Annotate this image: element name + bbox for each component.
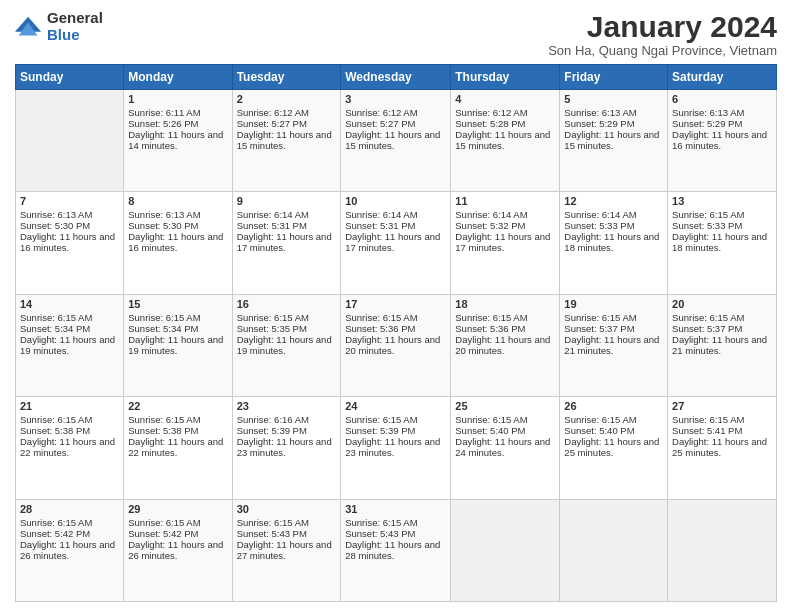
- sunset-text: Sunset: 5:37 PM: [672, 323, 742, 334]
- sunset-text: Sunset: 5:29 PM: [672, 118, 742, 129]
- table-row: 20Sunrise: 6:15 AMSunset: 5:37 PMDayligh…: [668, 294, 777, 396]
- table-row: 3Sunrise: 6:12 AMSunset: 5:27 PMDaylight…: [341, 90, 451, 192]
- table-row: 25Sunrise: 6:15 AMSunset: 5:40 PMDayligh…: [451, 397, 560, 499]
- table-row: [668, 499, 777, 601]
- sunrise-text: Sunrise: 6:15 AM: [237, 517, 309, 528]
- sunrise-text: Sunrise: 6:15 AM: [672, 414, 744, 425]
- page: General Blue January 2024 Son Ha, Quang …: [0, 0, 792, 612]
- table-row: 16Sunrise: 6:15 AMSunset: 5:35 PMDayligh…: [232, 294, 341, 396]
- daylight-text: Daylight: 11 hours and 16 minutes.: [20, 231, 115, 253]
- day-number: 25: [455, 400, 555, 412]
- day-number: 31: [345, 503, 446, 515]
- day-number: 29: [128, 503, 227, 515]
- daylight-text: Daylight: 11 hours and 15 minutes.: [345, 129, 440, 151]
- table-row: 13Sunrise: 6:15 AMSunset: 5:33 PMDayligh…: [668, 192, 777, 294]
- table-row: 23Sunrise: 6:16 AMSunset: 5:39 PMDayligh…: [232, 397, 341, 499]
- sunrise-text: Sunrise: 6:15 AM: [237, 312, 309, 323]
- sunset-text: Sunset: 5:37 PM: [564, 323, 634, 334]
- sunrise-text: Sunrise: 6:15 AM: [345, 414, 417, 425]
- table-row: [451, 499, 560, 601]
- table-row: 4Sunrise: 6:12 AMSunset: 5:28 PMDaylight…: [451, 90, 560, 192]
- daylight-text: Daylight: 11 hours and 26 minutes.: [20, 539, 115, 561]
- daylight-text: Daylight: 11 hours and 21 minutes.: [672, 334, 767, 356]
- sunrise-text: Sunrise: 6:15 AM: [564, 414, 636, 425]
- day-number: 9: [237, 195, 337, 207]
- day-number: 3: [345, 93, 446, 105]
- week-row-3: 14Sunrise: 6:15 AMSunset: 5:34 PMDayligh…: [16, 294, 777, 396]
- sunset-text: Sunset: 5:27 PM: [237, 118, 307, 129]
- week-row-1: 1Sunrise: 6:11 AMSunset: 5:26 PMDaylight…: [16, 90, 777, 192]
- sunset-text: Sunset: 5:34 PM: [20, 323, 90, 334]
- table-row: 7Sunrise: 6:13 AMSunset: 5:30 PMDaylight…: [16, 192, 124, 294]
- sunset-text: Sunset: 5:31 PM: [237, 220, 307, 231]
- daylight-text: Daylight: 11 hours and 27 minutes.: [237, 539, 332, 561]
- daylight-text: Daylight: 11 hours and 23 minutes.: [345, 436, 440, 458]
- day-number: 7: [20, 195, 119, 207]
- day-number: 13: [672, 195, 772, 207]
- table-row: 6Sunrise: 6:13 AMSunset: 5:29 PMDaylight…: [668, 90, 777, 192]
- sunrise-text: Sunrise: 6:12 AM: [455, 107, 527, 118]
- table-row: 11Sunrise: 6:14 AMSunset: 5:32 PMDayligh…: [451, 192, 560, 294]
- table-row: 12Sunrise: 6:14 AMSunset: 5:33 PMDayligh…: [560, 192, 668, 294]
- sunrise-text: Sunrise: 6:15 AM: [672, 209, 744, 220]
- table-row: 29Sunrise: 6:15 AMSunset: 5:42 PMDayligh…: [124, 499, 232, 601]
- sunset-text: Sunset: 5:39 PM: [345, 425, 415, 436]
- daylight-text: Daylight: 11 hours and 18 minutes.: [672, 231, 767, 253]
- table-row: 19Sunrise: 6:15 AMSunset: 5:37 PMDayligh…: [560, 294, 668, 396]
- sunrise-text: Sunrise: 6:15 AM: [128, 517, 200, 528]
- sunset-text: Sunset: 5:41 PM: [672, 425, 742, 436]
- day-number: 6: [672, 93, 772, 105]
- sunrise-text: Sunrise: 6:12 AM: [345, 107, 417, 118]
- day-number: 15: [128, 298, 227, 310]
- title-block: January 2024 Son Ha, Quang Ngai Province…: [548, 10, 777, 58]
- sunset-text: Sunset: 5:38 PM: [128, 425, 198, 436]
- calendar-location: Son Ha, Quang Ngai Province, Vietnam: [548, 43, 777, 58]
- daylight-text: Daylight: 11 hours and 16 minutes.: [672, 129, 767, 151]
- day-number: 24: [345, 400, 446, 412]
- day-number: 17: [345, 298, 446, 310]
- sunrise-text: Sunrise: 6:14 AM: [455, 209, 527, 220]
- sunset-text: Sunset: 5:27 PM: [345, 118, 415, 129]
- daylight-text: Daylight: 11 hours and 25 minutes.: [672, 436, 767, 458]
- header: General Blue January 2024 Son Ha, Quang …: [15, 10, 777, 58]
- daylight-text: Daylight: 11 hours and 16 minutes.: [128, 231, 223, 253]
- logo-blue-text: Blue: [47, 27, 103, 44]
- daylight-text: Daylight: 11 hours and 15 minutes.: [237, 129, 332, 151]
- logo-icon: [15, 13, 43, 41]
- table-row: 15Sunrise: 6:15 AMSunset: 5:34 PMDayligh…: [124, 294, 232, 396]
- sunrise-text: Sunrise: 6:14 AM: [345, 209, 417, 220]
- daylight-text: Daylight: 11 hours and 17 minutes.: [237, 231, 332, 253]
- week-row-2: 7Sunrise: 6:13 AMSunset: 5:30 PMDaylight…: [16, 192, 777, 294]
- calendar-title: January 2024: [548, 10, 777, 43]
- sunrise-text: Sunrise: 6:15 AM: [455, 414, 527, 425]
- sunrise-text: Sunrise: 6:15 AM: [564, 312, 636, 323]
- day-number: 10: [345, 195, 446, 207]
- logo: General Blue: [15, 10, 103, 43]
- daylight-text: Daylight: 11 hours and 20 minutes.: [345, 334, 440, 356]
- sunrise-text: Sunrise: 6:15 AM: [128, 414, 200, 425]
- daylight-text: Daylight: 11 hours and 28 minutes.: [345, 539, 440, 561]
- sunset-text: Sunset: 5:31 PM: [345, 220, 415, 231]
- sunset-text: Sunset: 5:33 PM: [564, 220, 634, 231]
- sunset-text: Sunset: 5:36 PM: [345, 323, 415, 334]
- header-sunday: Sunday: [16, 65, 124, 90]
- sunset-text: Sunset: 5:39 PM: [237, 425, 307, 436]
- week-row-5: 28Sunrise: 6:15 AMSunset: 5:42 PMDayligh…: [16, 499, 777, 601]
- day-number: 19: [564, 298, 663, 310]
- day-number: 8: [128, 195, 227, 207]
- sunset-text: Sunset: 5:43 PM: [237, 528, 307, 539]
- sunset-text: Sunset: 5:32 PM: [455, 220, 525, 231]
- sunrise-text: Sunrise: 6:11 AM: [128, 107, 200, 118]
- sunset-text: Sunset: 5:30 PM: [128, 220, 198, 231]
- sunrise-text: Sunrise: 6:13 AM: [672, 107, 744, 118]
- sunset-text: Sunset: 5:40 PM: [564, 425, 634, 436]
- logo-text: General Blue: [47, 10, 103, 43]
- daylight-text: Daylight: 11 hours and 18 minutes.: [564, 231, 659, 253]
- day-number: 18: [455, 298, 555, 310]
- header-friday: Friday: [560, 65, 668, 90]
- table-row: 21Sunrise: 6:15 AMSunset: 5:38 PMDayligh…: [16, 397, 124, 499]
- daylight-text: Daylight: 11 hours and 26 minutes.: [128, 539, 223, 561]
- day-number: 12: [564, 195, 663, 207]
- sunrise-text: Sunrise: 6:15 AM: [455, 312, 527, 323]
- sunrise-text: Sunrise: 6:13 AM: [128, 209, 200, 220]
